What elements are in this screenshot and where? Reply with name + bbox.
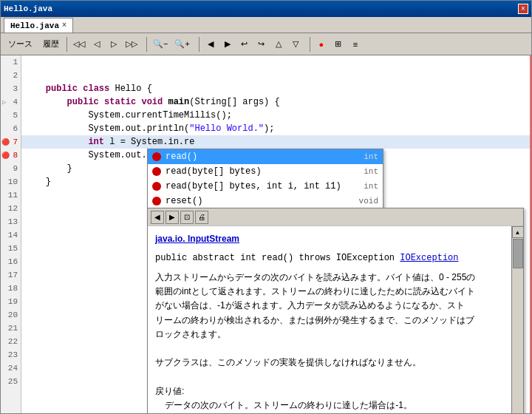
ac-item-read-bytes-name: read(byte[] bytes) [166, 166, 361, 177]
code-line-3: public class Hello { [21, 82, 531, 95]
code-line-7: int l = System.in.re [21, 135, 531, 149]
ac-item-read-bytes[interactable]: read(byte[] bytes) int [148, 164, 383, 179]
ac-item-read[interactable]: read() int [148, 149, 383, 164]
javadoc-signature: public abstract int read() throws IOExce… [155, 251, 504, 265]
ac-item-read-full[interactable]: read(byte[] bytes, int i, int i1) int [148, 179, 383, 194]
line-num-25: 25 [1, 375, 21, 388]
javadoc-throws-link[interactable]: IOException [400, 253, 458, 263]
javadoc-scroll-up-btn[interactable]: ▲ [512, 226, 524, 238]
toolbar-stop-btn[interactable]: ● [313, 35, 330, 53]
code-line-5: System.currentTimeMillis(); [21, 109, 531, 122]
toolbar-source-label[interactable]: ソース [4, 37, 37, 51]
line-num-9: 9 [1, 162, 21, 175]
toolbar-sep-1 [66, 37, 67, 52]
editor[interactable]: 1 2 3 ▷4 5 6 🔴7 🔴8 9 10 11 12 13 14 15 1… [1, 55, 531, 413]
window-title: Hello.java [4, 4, 518, 13]
line-num-13: 13 [1, 215, 21, 228]
ac-icon-read-bytes [152, 167, 161, 176]
javadoc-scrollbar[interactable]: ▲ ▼ [511, 226, 523, 413]
code-editor[interactable]: public class Hello { public static void … [21, 55, 531, 413]
javadoc-throws-label: 例外: [155, 413, 504, 413]
autocomplete-popup: read() int read(byte[] bytes) int read(b… [147, 149, 383, 209]
close-button[interactable]: × [518, 4, 528, 14]
keyword-public: public [46, 84, 78, 94]
ac-icon-reset [152, 197, 161, 206]
line-numbers: 1 2 3 ▷4 5 6 🔴7 🔴8 9 10 11 12 13 14 15 1… [1, 55, 21, 413]
code-line-4: public static void main(String[] args) { [21, 95, 531, 109]
ac-item-read-full-name: read(byte[] bytes, int i, int i1) [166, 181, 361, 191]
line-num-5: 5 [1, 109, 21, 122]
javadoc-forward-btn[interactable]: ▶ [166, 211, 179, 224]
line-num-4: ▷4 [1, 95, 21, 109]
right-margin-line [530, 55, 531, 413]
toolbar-forward-btn[interactable]: ▶ [219, 35, 236, 53]
line-num-12: 12 [1, 202, 21, 215]
class-name: Hello { [109, 84, 152, 94]
line-num-8: 🔴8 [1, 149, 21, 162]
toolbar: ソース 履歴 ◁◁ ◁ ▷ ▷▷ 🔍− 🔍+ ◀ ▶ ↩ ↪ △ ▽ ● ⊞ ≡ [1, 33, 531, 55]
ac-item-reset-type: void [359, 197, 378, 206]
toolbar-group-edit: ◀ ▶ ↩ ↪ △ ▽ [202, 35, 304, 53]
code-line-2 [21, 69, 531, 82]
ac-icon-read-full [152, 182, 161, 191]
title-bar: Hello.java × [1, 1, 531, 17]
javadoc-para-2: サブクラスは、このメソッドの実装を提供しなければなりません。 [155, 356, 504, 370]
toolbar-prev-btn[interactable]: ◁ [89, 35, 105, 53]
toolbar-layout-btn[interactable]: ⊞ [330, 35, 347, 53]
toolbar-task-btn[interactable]: ≡ [347, 35, 364, 53]
toolbar-back-btn[interactable]: ◀ [202, 35, 219, 53]
line-num-6: 6 [1, 122, 21, 135]
toolbar-group-zoom: 🔍− 🔍+ [150, 35, 193, 53]
content-area: 1 2 3 ▷4 5 6 🔴7 🔴8 9 10 11 12 13 14 15 1… [1, 55, 531, 413]
line-num-17: 17 [1, 268, 21, 282]
line-num-18: 18 [1, 282, 21, 295]
toolbar-zoom-out-btn[interactable]: 🔍− [150, 35, 171, 53]
tab-label: Hello.java [10, 21, 59, 30]
line-num-23: 23 [1, 348, 21, 362]
line-num-11: 11 [1, 189, 21, 202]
toolbar-sync-btn[interactable]: ↪ [253, 35, 270, 53]
editor-lines: 1 2 3 ▷4 5 6 🔴7 🔴8 9 10 11 12 13 14 15 1… [1, 55, 531, 413]
toolbar-zoom-in-btn[interactable]: 🔍+ [171, 35, 192, 53]
javadoc-open-btn[interactable]: ⊡ [180, 211, 194, 224]
line-num-20: 20 [1, 308, 21, 322]
tab-hello-java[interactable]: Hello.java × [4, 18, 73, 33]
line-num-16: 16 [1, 255, 21, 268]
javadoc-scroll-thumb[interactable] [513, 239, 523, 268]
javadoc-para-1: 入力ストリームからデータの次のバイトを読み込みます。バイト値は、0 - 255の… [155, 271, 504, 342]
main-window: Hello.java × Hello.java × ソース 履歴 ◁◁ ◁ ▷ … [0, 0, 532, 414]
ac-item-reset-name: reset() [166, 196, 356, 206]
ac-icon-read [152, 152, 161, 161]
toolbar-group-nav: ◁◁ ◁ ▷ ▷▷ [70, 35, 140, 53]
toolbar-group-run: ● ⊞ ≡ [313, 35, 364, 53]
javadoc-print-btn[interactable]: 🖨 [195, 211, 208, 224]
toolbar-sep-3 [199, 37, 200, 52]
javadoc-class-link[interactable]: java.io. InputStream [155, 232, 504, 245]
tab-close-icon[interactable]: × [62, 21, 66, 30]
toolbar-prev-prev-btn[interactable]: ◁◁ [70, 35, 88, 53]
toolbar-up-btn[interactable]: △ [270, 35, 287, 53]
line-num-3: 3 [1, 82, 21, 95]
toolbar-history-label[interactable]: 履歴 [38, 37, 64, 51]
toolbar-next-next-btn[interactable]: ▷▷ [123, 35, 140, 53]
toolbar-next-btn[interactable]: ▷ [106, 35, 122, 53]
line-num-7: 🔴7 [1, 135, 21, 149]
toolbar-down-btn[interactable]: ▽ [287, 35, 304, 53]
toolbar-sep-2 [146, 37, 147, 52]
javadoc-back-btn[interactable]: ◀ [151, 211, 164, 224]
javadoc-toolbar: ◀ ▶ ⊡ 🖨 [148, 208, 523, 226]
keyword-class: class [83, 84, 109, 94]
line-num-19: 19 [1, 295, 21, 308]
javadoc-returns-label: 戻り値: [155, 384, 504, 398]
line-num-24: 24 [1, 362, 21, 375]
line-num-15: 15 [1, 242, 21, 255]
ac-item-read-type: int [364, 152, 378, 161]
code-line-6: System.out.println("Hello World."); [21, 122, 531, 135]
javadoc-panel: ◀ ▶ ⊡ 🖨 java.io. InputStream public abst… [147, 208, 524, 413]
ac-item-read-bytes-type: int [364, 167, 378, 176]
ac-item-reset[interactable]: reset() void [148, 194, 383, 208]
ac-item-read-full-type: int [364, 182, 378, 191]
tab-bar: Hello.java × [1, 17, 531, 33]
javadoc-returns-value: データの次のバイト。ストリームの終わりに達した場合は-1。 [155, 398, 504, 413]
toolbar-refresh-btn[interactable]: ↩ [236, 35, 253, 53]
